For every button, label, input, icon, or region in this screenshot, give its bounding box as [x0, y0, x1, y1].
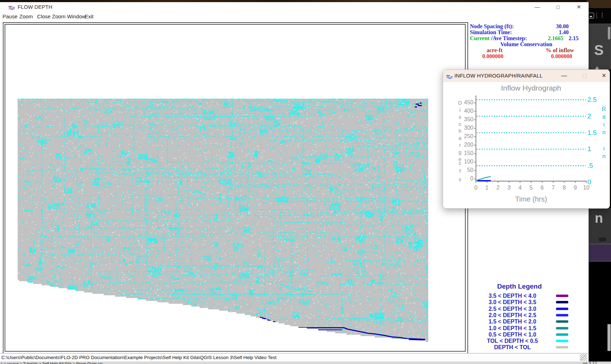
window-title: FLOW DEPTH [18, 4, 52, 10]
legend-row: 0.5 < DEPTH < 1.0 [478, 332, 587, 338]
node-spacing-value: 30.00 [533, 23, 569, 30]
x-tick-label: 0 [472, 185, 480, 191]
ave-timestep-value: 2.15 [554, 35, 579, 42]
minimize-button[interactable]: — [531, 3, 543, 11]
legend-row: 3.0 < DEPTH < 3.5 [478, 299, 587, 306]
rain-axis-letter: n [601, 129, 607, 136]
background-panel-bottom: n [587, 208, 611, 244]
rain-tick-label: 1.5 [587, 129, 597, 137]
status-path: C:\Users\Public\Documents\FLO-2D PRO Doc… [1, 355, 277, 360]
background-letter-s: S [587, 42, 611, 58]
background-purple-band [587, 244, 611, 261]
x-tick-label: 10 [582, 185, 591, 191]
x-tick-label: 9 [571, 185, 580, 191]
screen: ⋮ S t n FLOW DEPTH — □ ✕ [0, 0, 611, 364]
discharge-axis-letter: g [457, 149, 463, 155]
background-browser-bar [587, 0, 611, 8]
legend-row-label: 1.5 < DEPTH < 2.0 [478, 319, 547, 325]
image-icon[interactable] [588, 13, 594, 19]
close-button[interactable]: ✕ [573, 3, 585, 11]
background-version-text: on 3.12 [583, 362, 597, 364]
legend-row-label: 3.5 < DEPTH < 4.0 [478, 293, 547, 299]
simulation-time-value: 1.40 [533, 29, 569, 36]
discharge-axis-letter: i [457, 107, 463, 113]
legend-row-label: 2.0 < DEPTH < 2.5 [478, 312, 547, 319]
legend-row: TOL < DEPTH < 0.5 [478, 338, 587, 344]
discharge-axis-letter: r [457, 142, 463, 148]
legend-color-swatch [556, 301, 568, 303]
depth-legend-title: Depth Legend [489, 283, 550, 290]
background-panel-top: S t [587, 24, 611, 70]
x-axis-label: Time (hrs) [476, 195, 586, 203]
legend-row: 2.5 < DEPTH < 3.0 [478, 306, 587, 312]
background-bottom-strip: c > source > Tutorials > Self Help Kit G… [0, 362, 611, 364]
x-tick-label: 2 [494, 185, 502, 191]
legend-color-swatch [556, 346, 568, 348]
rain-tick-label: .5 [587, 162, 593, 169]
rain-axis-letter: R [601, 106, 607, 113]
rain-tick-label: 2.5 [587, 96, 597, 104]
discharge-axis-letter: a [457, 135, 463, 141]
menu-item-exit[interactable]: Exit [85, 13, 93, 19]
maximize-button[interactable]: □ [552, 3, 564, 11]
current-label: Current [470, 35, 490, 41]
mini-scrollbar-thumb[interactable] [608, 27, 610, 39]
legend-color-swatch [556, 320, 568, 323]
rain-axis-letter: n [601, 153, 607, 160]
pct-inflow-value: 0.000000 [540, 53, 583, 60]
discharge-axis-letter: s [457, 114, 463, 120]
rain-axis-letter: i [601, 121, 607, 128]
x-tick-label: 8 [560, 185, 568, 191]
rain-tick-label: 1 [587, 145, 591, 153]
acre-ft-label: acre-ft [479, 47, 510, 54]
legend-color-swatch [556, 340, 568, 342]
legend-row: 3.5 < DEPTH < 4.0 [478, 293, 587, 299]
acre-ft-value: 0.000000 [475, 53, 510, 60]
legend-row-label: 2.5 < DEPTH < 3.0 [478, 306, 547, 312]
rain-tick-label: 2 [587, 112, 591, 120]
legend-color-swatch [556, 314, 568, 316]
discharge-axis-letter: D [457, 100, 463, 106]
depth-legend: Depth Legend 3.5 < DEPTH < 4.03.0 < DEPT… [478, 282, 587, 354]
legend-row: 1.0 < DEPTH < 1.5 [478, 325, 587, 332]
background-pill-button[interactable] [598, 237, 607, 242]
resize-grip[interactable] [580, 354, 587, 361]
legend-row-label: 1.0 < DEPTH < 1.5 [478, 325, 547, 332]
legend-row-label: TOL < DEPTH < 0.5 [478, 338, 547, 344]
menu-item-close-zoom-window[interactable]: Close Zoom Window [37, 13, 86, 19]
legend-color-swatch [556, 308, 568, 310]
background-breadcrumb: c > source > Tutorials > Self Help Kit G… [1, 362, 579, 364]
legend-row-label: 3.0 < DEPTH < 3.5 [478, 299, 547, 306]
menu-bar: PauseZoomClose Zoom WindowExit [0, 12, 588, 22]
flo2d-logo-icon [8, 5, 15, 9]
flood-depth-map [18, 98, 428, 345]
chart-labels: 2.521.51.5001234567891045040035030025020… [443, 70, 610, 208]
flow-depth-titlebar[interactable]: FLOW DEPTH — □ ✕ [0, 2, 588, 12]
legend-color-swatch [556, 327, 568, 329]
background-icon-bar: ⋮ [587, 8, 611, 24]
legend-row-label: 0.5 < DEPTH < 1.0 [478, 332, 547, 338]
simulation-time-label: Simulation Time: [470, 29, 512, 35]
rain-axis-letter: i [601, 145, 607, 152]
volume-conservation-label: Volume Conservation [484, 41, 569, 47]
discharge-axis-letter: f [457, 168, 463, 174]
legend-color-swatch [556, 333, 568, 336]
ave-timestep-label: /Ave Timestep: [490, 35, 527, 41]
menu-item-pause[interactable]: Pause [2, 13, 18, 19]
rain-axis-letter: a [601, 113, 607, 121]
background-letter-n: n [587, 211, 611, 226]
legend-row: DEPTH < TOL [478, 344, 587, 351]
menu-item-zoom[interactable]: Zoom [19, 13, 33, 19]
kebab-menu-icon[interactable]: ⋮ [599, 12, 605, 19]
status-bar: C:\Users\Public\Documents\FLO-2D PRO Doc… [0, 353, 588, 362]
simulation-info-panel: Node Spacing (ft): 30.00 Simulation Time… [470, 23, 583, 62]
discharge-axis-letter: s [457, 176, 463, 182]
divider [597, 12, 597, 19]
node-spacing-label: Node Spacing (ft): [470, 23, 514, 29]
legend-row: 2.0 < DEPTH < 2.5 [478, 312, 587, 319]
x-tick-label: 1 [483, 185, 491, 191]
legend-row: 1.5 < DEPTH < 2.0 [478, 319, 587, 325]
discharge-axis-letter: h [457, 128, 463, 134]
scrollbar-thumb[interactable] [607, 324, 611, 351]
x-tick-label: 7 [549, 185, 557, 191]
